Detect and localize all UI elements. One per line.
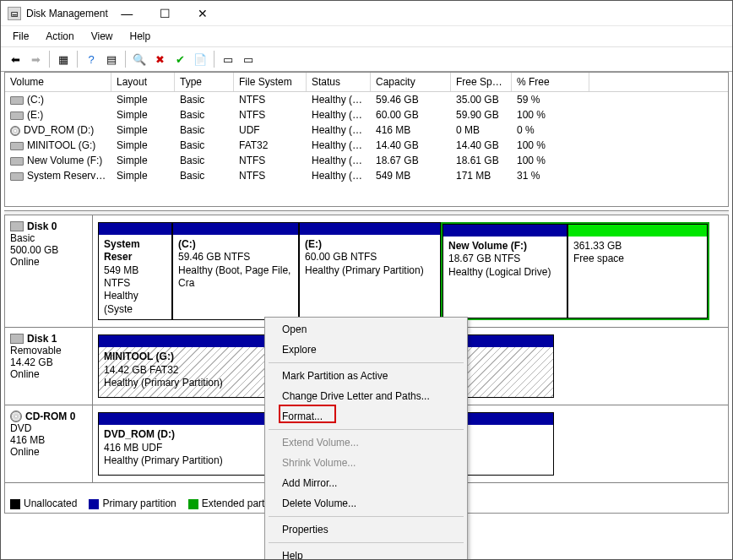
show-hide-button[interactable]: ▦ xyxy=(54,50,73,68)
column-header[interactable]: % Free xyxy=(512,73,589,91)
partition[interactable]: (C:)59.46 GB NTFSHealthy (Boot, Page Fil… xyxy=(172,222,299,320)
legend-item: Extended part xyxy=(188,497,265,509)
menu-help[interactable]: Help xyxy=(122,28,160,45)
help-button[interactable]: ? xyxy=(82,50,100,68)
context-separator xyxy=(269,516,464,517)
context-item: Extend Volume... xyxy=(267,432,465,453)
partition[interactable]: 361.33 GBFree space xyxy=(567,224,708,318)
volume-cell: MINITOOL (G:) xyxy=(5,138,111,153)
context-item[interactable]: Mark Partition as Active xyxy=(267,366,465,386)
disk-partitions: System Reser549 MB NTFSHealthy (Syste(C:… xyxy=(93,215,728,327)
volume-cell: Basic xyxy=(175,153,234,168)
view-bottom-button[interactable]: ▭ xyxy=(239,50,258,68)
titlebar: 🖴 Disk Management — ☐ ✕ xyxy=(1,1,732,26)
legend-swatch xyxy=(89,499,99,509)
view-top-button[interactable]: ▭ xyxy=(219,50,237,68)
properties-button[interactable]: ✔ xyxy=(171,50,189,68)
volume-row[interactable]: System ReservedSimpleBasicNTFSHealthy (S… xyxy=(5,168,728,183)
volume-cell: 100 % xyxy=(512,107,589,122)
close-button[interactable]: ✕ xyxy=(184,2,222,25)
menu-file[interactable]: File xyxy=(4,28,37,45)
context-item[interactable]: Format... xyxy=(267,406,465,427)
volume-cell: UDF xyxy=(234,122,307,138)
volume-cell: 14.40 GB xyxy=(371,138,451,153)
volume-cell: Healthy (P... xyxy=(307,107,371,122)
menu-view[interactable]: View xyxy=(83,28,122,45)
volume-cell: Basic xyxy=(175,122,234,138)
column-header[interactable]: File System xyxy=(234,73,307,91)
legend-item: Unallocated xyxy=(10,497,77,509)
partition-body: (E:)60.00 GB NTFSHealthy (Primary Partit… xyxy=(300,235,440,319)
context-item[interactable]: Properties xyxy=(267,519,465,540)
volume-cell: Healthy (P... xyxy=(307,138,371,153)
toolbar: ⬅ ➡ ▦ ? ▤ 🔍 ✖ ✔ 📄 ▭ ▭ xyxy=(1,46,732,72)
volume-cell: Simple xyxy=(111,168,175,183)
volume-cell: 60.00 GB xyxy=(371,107,451,122)
partition[interactable]: (E:)60.00 GB NTFSHealthy (Primary Partit… xyxy=(299,222,441,320)
column-header[interactable]: Free Spa... xyxy=(451,73,512,91)
volume-row[interactable]: (E:)SimpleBasicNTFSHealthy (P...60.00 GB… xyxy=(5,107,728,122)
volume-cell: 100 % xyxy=(512,138,589,153)
maximize-button[interactable]: ☐ xyxy=(146,2,184,25)
volume-cell: NTFS xyxy=(234,92,307,107)
volume-cell: Basic xyxy=(175,138,234,153)
partition-color-bar xyxy=(173,223,298,235)
context-item[interactable]: Add Mirror... xyxy=(267,473,465,493)
partition-body: System Reser549 MB NTFSHealthy (Syste xyxy=(99,235,171,319)
context-item[interactable]: Open xyxy=(267,319,465,340)
disk-label[interactable]: Disk 0Basic500.00 GBOnline xyxy=(5,215,93,327)
context-item[interactable]: Explore xyxy=(267,340,465,360)
volume-row[interactable]: DVD_ROM (D:)SimpleBasicUDFHealthy (P...4… xyxy=(5,122,728,138)
volume-row[interactable]: (C:)SimpleBasicNTFSHealthy (B...59.46 GB… xyxy=(5,92,728,107)
refresh-button[interactable]: ▤ xyxy=(102,50,121,68)
minimize-button[interactable]: — xyxy=(108,2,146,25)
volume-row[interactable]: New Volume (F:)SimpleBasicNTFSHealthy (L… xyxy=(5,153,728,168)
volume-cell: Healthy (B... xyxy=(307,92,371,107)
disk-label[interactable]: Disk 1Removable14.42 GBOnline xyxy=(5,328,93,405)
drive-icon xyxy=(10,157,24,166)
back-button[interactable]: ⬅ xyxy=(6,50,24,68)
volume-cell: Basic xyxy=(175,107,234,122)
volume-table: VolumeLayoutTypeFile SystemStatusCapacit… xyxy=(4,72,729,207)
rescan-button[interactable]: 🔍 xyxy=(130,50,149,68)
context-separator xyxy=(269,429,464,430)
drive-icon xyxy=(10,96,24,105)
volume-row[interactable]: MINITOOL (G:)SimpleBasicFAT32Healthy (P.… xyxy=(5,138,728,153)
context-item[interactable]: Delete Volume... xyxy=(267,493,465,514)
window-title: Disk Management xyxy=(26,8,108,19)
volume-cell: Healthy (P... xyxy=(307,122,371,138)
menu-action[interactable]: Action xyxy=(37,28,82,45)
drive-icon xyxy=(10,142,24,150)
volume-cell: 18.67 GB xyxy=(371,153,451,168)
column-header[interactable]: Volume xyxy=(5,73,111,91)
volume-cell: DVD_ROM (D:) xyxy=(5,122,111,138)
context-item[interactable]: Change Drive Letter and Paths... xyxy=(267,386,465,406)
column-header[interactable]: Type xyxy=(175,73,234,91)
partition[interactable]: System Reser549 MB NTFSHealthy (Syste xyxy=(98,222,172,320)
volume-cell: NTFS xyxy=(234,107,307,122)
volume-cell: Simple xyxy=(111,122,175,138)
app-icon: 🖴 xyxy=(8,7,21,20)
volume-cell: 18.61 GB xyxy=(451,153,512,168)
partition[interactable]: New Volume (F:)18.67 GB NTFSHealthy (Log… xyxy=(443,224,567,318)
delete-button[interactable]: ✖ xyxy=(150,50,169,68)
menubar: File Action View Help xyxy=(1,26,732,46)
volume-cell: System Reserved xyxy=(5,168,111,183)
forward-button[interactable]: ➡ xyxy=(26,50,45,68)
column-header[interactable]: Capacity xyxy=(371,73,451,91)
legend-item: Primary partition xyxy=(89,497,176,509)
volume-cell: (E:) xyxy=(5,107,111,122)
volume-cell: 59.46 GB xyxy=(371,92,451,107)
volume-cell: New Volume (F:) xyxy=(5,153,111,168)
column-header[interactable]: Layout xyxy=(111,73,175,91)
partition-body: (C:)59.46 GB NTFSHealthy (Boot, Page Fil… xyxy=(173,235,298,319)
column-header[interactable]: Status xyxy=(307,73,371,91)
context-item[interactable]: Help xyxy=(267,546,465,560)
volume-cell: 0 MB xyxy=(451,122,512,138)
disk-label[interactable]: CD-ROM 0DVD416 MBOnline xyxy=(5,405,93,482)
volume-cell: 549 MB xyxy=(371,168,451,183)
volume-cell: NTFS xyxy=(234,153,307,168)
action-button[interactable]: 📄 xyxy=(191,50,209,68)
disc-icon xyxy=(10,410,22,422)
legend-swatch xyxy=(188,499,198,509)
